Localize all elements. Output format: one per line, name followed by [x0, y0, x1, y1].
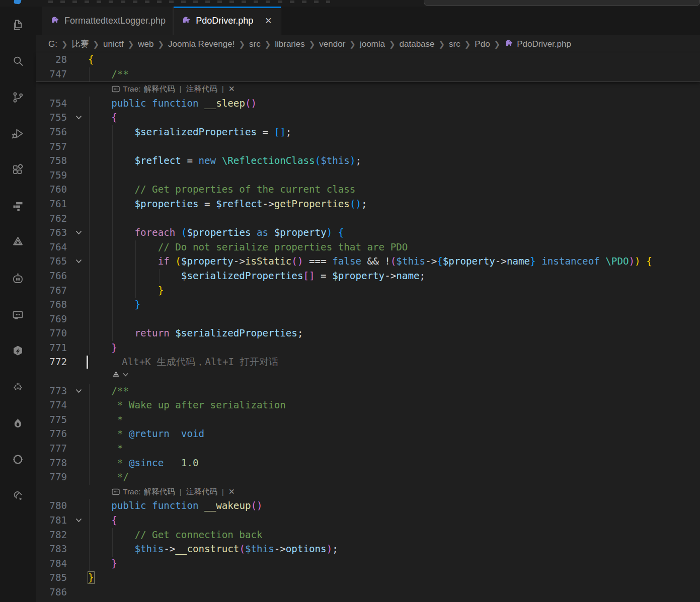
editor-line-784[interactable]: 784 }	[36, 557, 700, 571]
line-number[interactable]: 768	[36, 298, 88, 312]
code-line[interactable]: }	[88, 571, 94, 585]
editor-line-767[interactable]: 767 }	[36, 284, 700, 298]
code-line[interactable]: /**	[88, 67, 129, 82]
line-number[interactable]: 747	[36, 67, 88, 82]
line-number[interactable]: 756	[36, 125, 88, 140]
explorer-icon[interactable]	[0, 7, 36, 43]
code-line[interactable]: Alt+K 生成代码，Alt+I 打开对话	[88, 355, 278, 370]
fold-chevron-icon[interactable]	[75, 230, 82, 235]
editor-line-771[interactable]: 771 }	[36, 341, 700, 356]
line-number[interactable]: 776	[36, 427, 88, 442]
code-line[interactable]: }	[88, 557, 117, 571]
editor-line-755[interactable]: 755 {	[36, 111, 700, 125]
breadcrumb-item[interactable]: G:	[48, 39, 57, 49]
breadcrumb-item[interactable]: database	[400, 39, 435, 49]
code-line[interactable]: public function __wakeup()	[88, 499, 263, 513]
editor-line-775[interactable]: 775 *	[36, 413, 700, 427]
editor-line-765[interactable]: 765 if ($property->isStatic() === false …	[36, 254, 700, 269]
editor-line-769[interactable]: 769	[36, 312, 700, 327]
extensions-icon[interactable]	[0, 151, 36, 188]
code-line[interactable]: * @return void	[88, 427, 204, 442]
chevron-down-icon[interactable]	[123, 373, 128, 377]
robot-head-icon[interactable]	[0, 260, 36, 296]
editor-line-760[interactable]: 760 // Get properties of the current cla…	[36, 183, 700, 197]
codelens-action[interactable]: 解释代码	[144, 82, 175, 97]
editor-line-777[interactable]: 777 *	[36, 442, 700, 456]
code-line[interactable]: }	[88, 341, 117, 356]
code-line[interactable]: $this->__construct($this->options);	[88, 542, 338, 557]
fold-chevron-icon[interactable]	[75, 115, 82, 120]
chat-card-icon[interactable]	[0, 296, 36, 332]
line-number[interactable]: 766	[36, 269, 88, 284]
code-line[interactable]: $serializedProperties[] = $property->nam…	[88, 269, 425, 284]
code-line[interactable]: $reflect = new \ReflectionClass($this);	[88, 154, 361, 168]
line-number[interactable]: 758	[36, 154, 88, 168]
editor-line-774[interactable]: 774 * Wake up after serialization	[36, 398, 700, 413]
editor-line-757[interactable]: 757	[36, 140, 700, 154]
line-number[interactable]: 786	[36, 585, 88, 600]
code-line[interactable]: // Get properties of the current class	[88, 183, 355, 197]
codelens-action[interactable]: 注释代码	[186, 82, 217, 97]
breadcrumb-item[interactable]: web	[138, 39, 153, 49]
sticky-line[interactable]: 28{	[36, 53, 700, 67]
breadcrumb-item[interactable]: PdoDriver.php	[504, 39, 571, 49]
code-line[interactable]: * Wake up after serialization	[88, 398, 286, 413]
line-number[interactable]: 785	[36, 571, 88, 585]
editor-line-764[interactable]: 764 // Do not serialize properties that …	[36, 240, 700, 255]
code-line[interactable]: *	[88, 442, 123, 456]
code-line[interactable]: */	[88, 470, 129, 485]
code-line[interactable]: }	[88, 284, 164, 298]
bolt-hexagon-icon[interactable]	[0, 332, 36, 369]
line-number[interactable]: 757	[36, 140, 88, 154]
code-line[interactable]: {	[88, 111, 117, 125]
code-line[interactable]: {	[88, 513, 117, 528]
editor-line-758[interactable]: 758 $reflect = new \ReflectionClass($thi…	[36, 154, 700, 168]
editor-line-762[interactable]: 762	[36, 212, 700, 226]
editor-line-756[interactable]: 756 $serializedProperties = [];	[36, 125, 700, 140]
line-number[interactable]: 764	[36, 240, 88, 255]
editor-line-773[interactable]: 773 /**	[36, 384, 700, 399]
trae-ai-icon[interactable]	[112, 371, 120, 379]
run-debug-icon[interactable]	[0, 115, 36, 151]
line-number[interactable]: 762	[36, 212, 88, 226]
code-line[interactable]: foreach ($properties as $property) {	[88, 226, 344, 240]
breadcrumb-item[interactable]: Joomla Revenge!	[168, 39, 235, 49]
line-number[interactable]: 779	[36, 470, 88, 485]
line-number[interactable]: 770	[36, 326, 88, 341]
editor-line-783[interactable]: 783 $this->__construct($this->options);	[36, 542, 700, 557]
code-line[interactable]: return $serializedProperties;	[88, 326, 303, 341]
codelens-close-icon[interactable]: ✕	[228, 485, 235, 499]
breadcrumb-item[interactable]: joomla	[360, 39, 385, 49]
line-number[interactable]: 774	[36, 398, 88, 413]
breadcrumb-item[interactable]: 比赛	[72, 38, 89, 50]
breadcrumb-item[interactable]: src	[249, 39, 261, 49]
breadcrumb-item[interactable]: src	[449, 39, 460, 49]
editor-line-763[interactable]: 763 foreach ($properties as $property) {	[36, 226, 700, 240]
sticky-line[interactable]: 747 /**	[36, 67, 700, 82]
line-number[interactable]: 28	[36, 53, 88, 67]
line-number[interactable]: 780	[36, 499, 88, 513]
line-number[interactable]: 784	[36, 557, 88, 571]
line-number[interactable]: 767	[36, 284, 88, 298]
line-number[interactable]: 782	[36, 528, 88, 543]
source-control-icon[interactable]	[0, 79, 36, 115]
code-line[interactable]: // Do not serialize properties that are …	[88, 240, 408, 255]
code-line[interactable]: *	[88, 413, 123, 427]
fold-chevron-icon[interactable]	[75, 389, 82, 393]
code-line[interactable]: /**	[88, 384, 129, 399]
editor-line-786[interactable]: 786	[36, 585, 700, 600]
editor-line-778[interactable]: 778 * @since 1.0	[36, 456, 700, 471]
close-icon[interactable]: ✕	[263, 15, 274, 27]
editor-line-754[interactable]: 754 public function __sleep()	[36, 97, 700, 111]
editor-line-779[interactable]: 779 */	[36, 470, 700, 485]
line-number[interactable]: 783	[36, 542, 88, 557]
editor-line-768[interactable]: 768 }	[36, 298, 700, 312]
codelens-action[interactable]: 解释代码	[144, 485, 175, 499]
breadcrumb-item[interactable]: Pdo	[475, 39, 490, 49]
line-number[interactable]: 777	[36, 442, 88, 456]
clip-agent-icon[interactable]	[0, 477, 36, 513]
fold-chevron-icon[interactable]	[75, 259, 82, 264]
codelens-action[interactable]: 注释代码	[186, 485, 217, 499]
line-number[interactable]: 754	[36, 97, 88, 111]
editor-line-759[interactable]: 759	[36, 168, 700, 183]
